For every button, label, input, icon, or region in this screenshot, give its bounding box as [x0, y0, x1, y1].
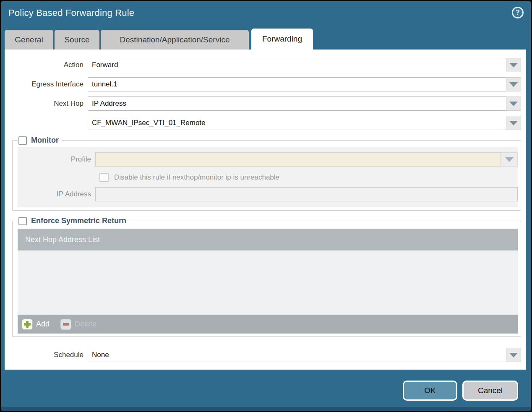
help-icon[interactable]: ? [512, 7, 524, 18]
disable-rule-row: Disable this rule if nexthop/monitor ip … [99, 173, 518, 182]
add-button[interactable]: Add [22, 319, 50, 330]
next-hop-row: Next Hop [5, 96, 526, 111]
dialog-footer: OK Cancel [403, 381, 518, 401]
next-hop-address-list-toolbar: Add Delete [18, 315, 518, 334]
next-hop-address-list-body[interactable] [18, 250, 518, 315]
ok-button[interactable]: OK [403, 381, 457, 401]
delete-button-label: Delete [75, 320, 96, 329]
profile-label: Profile [18, 155, 95, 164]
next-hop-address-list-header: Next Hop Address List [18, 229, 518, 250]
enforce-symmetric-return-section: Enforce Symmetric Return Next Hop Addres… [12, 216, 521, 337]
schedule-label: Schedule [5, 351, 88, 359]
action-row: Action [5, 58, 526, 72]
chevron-down-icon [509, 353, 518, 357]
monitor-ip-address-row: IP Address [18, 187, 518, 201]
tab-destination-application-service[interactable]: Destination/Application/Service [101, 30, 249, 50]
next-hop-dropdown-button[interactable] [506, 96, 521, 111]
egress-interface-row: Egress Interface [5, 77, 526, 91]
monitor-ip-address-label: IP Address [18, 190, 95, 198]
cancel-button[interactable]: Cancel [462, 381, 518, 401]
policy-based-forwarding-dialog: Policy Based Forwarding Rule ? General S… [0, 0, 532, 412]
profile-input [95, 152, 501, 167]
chevron-down-icon [509, 121, 518, 125]
action-label: Action [5, 61, 88, 69]
next-hop-address-dropdown-button[interactable] [506, 116, 521, 130]
enforce-symmetric-return-checkbox[interactable] [18, 217, 27, 225]
plus-icon [22, 319, 33, 330]
egress-interface-dropdown-button[interactable] [506, 77, 521, 91]
monitor-checkbox[interactable] [18, 136, 27, 145]
next-hop-address-list-table: Next Hop Address List Add Delete [18, 229, 518, 334]
chevron-down-icon [509, 102, 518, 106]
delete-button: Delete [60, 319, 96, 330]
tab-bar: General Source Destination/Application/S… [5, 30, 313, 50]
action-input[interactable] [88, 58, 506, 72]
schedule-row: Schedule [5, 348, 526, 362]
egress-interface-input[interactable] [88, 77, 506, 91]
dialog-title: Policy Based Forwarding Rule [8, 8, 134, 18]
forwarding-tab-panel: Action Egress Interface Next Hop [5, 50, 526, 370]
monitor-ip-address-input [95, 187, 518, 201]
add-button-label: Add [36, 320, 50, 329]
profile-dropdown-button [501, 152, 518, 167]
next-hop-address-row [5, 116, 526, 130]
next-hop-address-input[interactable] [88, 116, 506, 130]
profile-row: Profile [18, 152, 518, 167]
tab-forwarding[interactable]: Forwarding [251, 29, 313, 50]
enforce-symmetric-return-legend-label: Enforce Symmetric Return [31, 216, 126, 225]
schedule-input[interactable] [88, 348, 506, 362]
next-hop-type-input[interactable] [88, 96, 506, 111]
minus-icon [60, 319, 71, 330]
chevron-down-icon [509, 82, 518, 87]
tab-source[interactable]: Source [55, 30, 99, 50]
chevron-down-icon [505, 157, 514, 162]
chevron-down-icon [509, 63, 518, 68]
egress-interface-label: Egress Interface [5, 80, 88, 89]
monitor-panel: Profile Disable this rule if nexthop/mon… [18, 147, 518, 207]
monitor-legend-label: Monitor [31, 136, 59, 145]
disable-rule-label: Disable this rule if nexthop/monitor ip … [114, 173, 279, 182]
tab-general[interactable]: General [5, 30, 53, 50]
monitor-section: Monitor Profile Disable this rule if nex… [12, 136, 521, 211]
bottom-edge-strip [1, 407, 531, 411]
next-hop-label: Next Hop [5, 99, 88, 108]
schedule-dropdown-button[interactable] [506, 348, 521, 362]
action-dropdown-button[interactable] [506, 58, 521, 72]
disable-rule-checkbox [99, 173, 109, 182]
